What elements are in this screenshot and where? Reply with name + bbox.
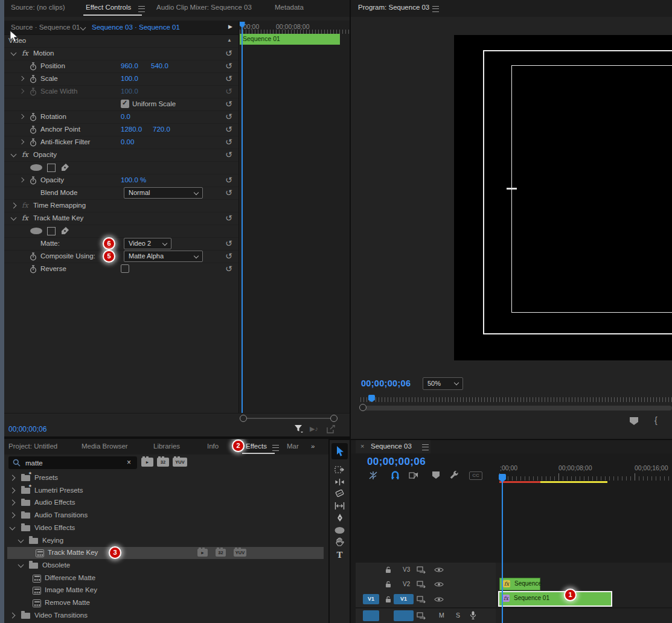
- track-a1-content[interactable]: [496, 609, 672, 623]
- chevron-right-icon[interactable]: [19, 139, 24, 144]
- tab-effects[interactable]: Effects: [246, 442, 267, 450]
- chevron-down-icon[interactable]: [18, 561, 24, 567]
- timeline-playhead-line[interactable]: [502, 480, 503, 623]
- timeline-timecode[interactable]: 00;00;00;06: [367, 456, 426, 468]
- clip-sequence-v2[interactable]: fx Sequence: [499, 578, 540, 590]
- hand-icon[interactable]: [330, 537, 350, 548]
- solo-track-button[interactable]: S: [456, 612, 460, 619]
- eye-icon[interactable]: [434, 596, 444, 602]
- uniform-scale-row[interactable]: Uniform Scale ↺: [4, 98, 238, 111]
- source-patch-a1[interactable]: [363, 610, 379, 621]
- track-v2-label[interactable]: V2: [403, 581, 410, 587]
- ripple-edit-icon[interactable]: [330, 478, 350, 488]
- track-select-forward-icon[interactable]: [330, 465, 350, 476]
- sync-lock-icon[interactable]: [417, 581, 426, 588]
- reset-icon[interactable]: ↺: [225, 238, 232, 248]
- chevron-right-icon[interactable]: [19, 89, 24, 94]
- reset-icon[interactable]: ↺: [225, 124, 232, 134]
- selection-tool-button[interactable]: [331, 443, 348, 459]
- tree-item-audio-transitions[interactable]: Audio Transitions: [4, 510, 328, 522]
- type-icon[interactable]: T: [330, 550, 350, 561]
- opacity-value[interactable]: 100.0 %: [121, 176, 146, 184]
- play-in-to-out-icon[interactable]: ▶♪: [310, 425, 318, 433]
- tab-audio-clip-mixer[interactable]: Audio Clip Mixer: Sequence 03: [156, 4, 252, 11]
- razor-icon[interactable]: [330, 490, 350, 500]
- tree-item-image-matte-key[interactable]: Image Matte Key: [4, 584, 328, 596]
- ellipse-mask-icon[interactable]: [30, 164, 42, 171]
- chevron-down-icon[interactable]: [18, 537, 24, 543]
- lock-icon[interactable]: [385, 581, 391, 588]
- reset-icon[interactable]: ↺: [225, 150, 232, 159]
- opacity-row[interactable]: Opacity 100.0 % ↺: [4, 174, 238, 187]
- reset-icon[interactable]: ↺: [225, 61, 232, 71]
- stopwatch-icon[interactable]: [30, 138, 37, 147]
- anchor-y-value[interactable]: 720.0: [153, 126, 170, 133]
- linked-selection-icon[interactable]: [409, 471, 419, 480]
- tab-project[interactable]: Project: Untitled: [8, 442, 57, 450]
- transform-handle[interactable]: [507, 188, 517, 190]
- reset-icon[interactable]: ↺: [225, 264, 232, 273]
- tree-item-track-matte-key[interactable]: Track Matte Key ▸ 32 YUV: [7, 547, 324, 559]
- pen-mask-icon[interactable]: [60, 226, 69, 235]
- zoom-level-dropdown[interactable]: 50%: [423, 377, 463, 390]
- tree-item-video-effects[interactable]: Video Effects: [4, 522, 328, 534]
- chevron-right-icon[interactable]: [10, 475, 16, 481]
- chevron-down-icon[interactable]: [11, 215, 17, 221]
- clear-search-icon[interactable]: ×: [127, 458, 131, 467]
- program-ruler-ticks[interactable]: [360, 397, 672, 402]
- ec-timecode[interactable]: 00;00;00;06: [8, 425, 46, 433]
- ellipse-mask-icon[interactable]: [30, 228, 42, 234]
- section-video-row[interactable]: Video ▲: [4, 34, 238, 48]
- tree-item-remove-matte[interactable]: Remove Matte: [4, 597, 328, 609]
- eye-icon[interactable]: [434, 567, 444, 573]
- stopwatch-icon[interactable]: [30, 75, 37, 83]
- position-row[interactable]: Position 960.0 540.0 ↺: [4, 60, 238, 73]
- panel-menu-icon[interactable]: [422, 444, 429, 450]
- reset-icon[interactable]: ↺: [225, 112, 232, 121]
- program-scrollbar-track[interactable]: [360, 406, 672, 411]
- tab-effect-controls[interactable]: Effect Controls: [86, 4, 131, 11]
- program-timecode[interactable]: 00;00;00;06: [361, 379, 411, 388]
- anchor-x-value[interactable]: 1280.0: [121, 126, 142, 133]
- marker-icon[interactable]: [630, 417, 638, 425]
- chevron-down-icon[interactable]: [11, 152, 17, 158]
- tab-metadata[interactable]: Metadata: [275, 4, 304, 11]
- rotation-row[interactable]: Rotation 0.0 ↺: [4, 110, 238, 124]
- mute-track-button[interactable]: M: [439, 612, 444, 619]
- stopwatch-icon[interactable]: [30, 176, 37, 185]
- time-remapping-row[interactable]: fx Time Remapping: [4, 199, 238, 212]
- eye-icon[interactable]: [434, 581, 444, 587]
- timeline-ruler-ticks[interactable]: [499, 476, 672, 481]
- tree-item-keying[interactable]: Keying: [4, 535, 328, 547]
- blend-mode-row[interactable]: Blend Mode Normal ↺: [4, 187, 238, 200]
- fx-badge-icon[interactable]: fx: [502, 595, 510, 602]
- track-v3-content[interactable]: [496, 563, 672, 578]
- program-video-frame[interactable]: [454, 35, 672, 360]
- chevron-down-icon[interactable]: [11, 50, 17, 56]
- snap-icon[interactable]: [391, 471, 400, 480]
- captions-icon[interactable]: CC: [469, 471, 482, 480]
- rotation-value[interactable]: 0.0: [121, 113, 130, 120]
- track-v3-label[interactable]: V3: [403, 566, 410, 573]
- chevron-right-icon[interactable]: [19, 76, 24, 81]
- panel-menu-icon[interactable]: [432, 6, 439, 12]
- chevron-right-icon[interactable]: [10, 487, 16, 493]
- chevron-down-icon[interactable]: [10, 524, 16, 530]
- sync-lock-icon[interactable]: [417, 596, 426, 603]
- add-marker-icon[interactable]: [432, 471, 440, 479]
- slip-icon[interactable]: [330, 501, 350, 512]
- ec-playhead-line[interactable]: [242, 22, 243, 413]
- blend-mode-dropdown[interactable]: Normal: [124, 187, 203, 199]
- zoom-handle-right[interactable]: [330, 415, 338, 422]
- rect-mask-icon[interactable]: [47, 227, 56, 235]
- track-target-v1[interactable]: V1: [394, 594, 414, 604]
- matte-row[interactable]: Matte: Video 2 ↺: [4, 237, 238, 251]
- stopwatch-icon[interactable]: [30, 62, 37, 71]
- reset-icon[interactable]: ↺: [225, 188, 232, 197]
- panel-menu-icon[interactable]: [138, 6, 145, 12]
- zoom-handle-left[interactable]: [240, 415, 247, 422]
- scale-width-row[interactable]: Scale Width 100.0 ↺: [4, 85, 238, 98]
- reset-icon[interactable]: ↺: [225, 175, 232, 185]
- opacity-group-row[interactable]: fx Opacity ↺: [4, 149, 238, 162]
- stopwatch-icon[interactable]: [30, 265, 37, 273]
